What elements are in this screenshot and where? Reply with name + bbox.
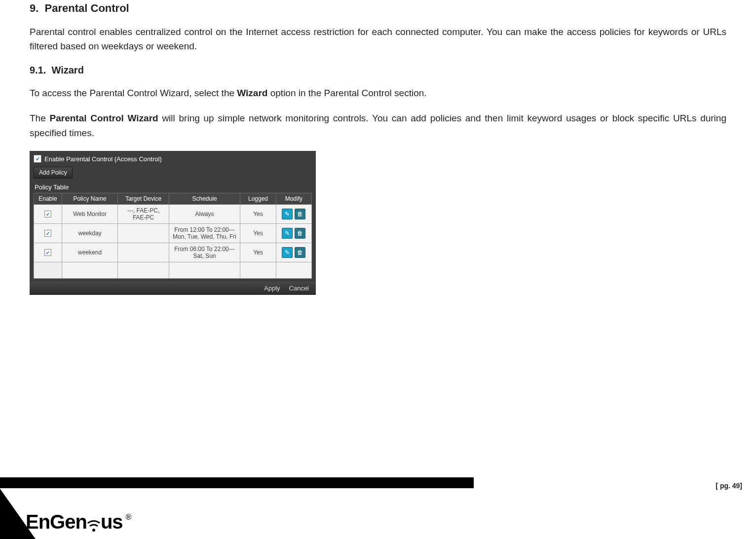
table-row: ✔ weekend From 06:00 To 22:00---Sat, Sun… — [34, 243, 312, 262]
subsection-heading: 9.1. Wizard — [30, 65, 726, 76]
cancel-button[interactable]: Cancel — [289, 285, 309, 292]
th-modify: Modify — [276, 193, 311, 205]
edit-icon[interactable]: ✎ — [282, 228, 293, 239]
policy-table: Enable Policy Name Target Device Schedul… — [34, 193, 312, 279]
row-schedule: From 06:00 To 22:00---Sat, Sun — [169, 243, 240, 262]
subsection-title: Wizard — [51, 65, 83, 75]
delete-icon[interactable]: 🗑 — [295, 209, 305, 219]
th-device: Target Device — [118, 193, 169, 205]
row-target-device — [118, 224, 169, 243]
edit-icon[interactable]: ✎ — [282, 247, 293, 258]
row-enable-checkbox[interactable]: ✔ — [44, 211, 51, 217]
table-row — [34, 262, 312, 279]
panel-footer: Apply Cancel — [30, 282, 316, 295]
section-title: Parental Control — [45, 2, 129, 14]
row-logged: Yes — [240, 205, 276, 224]
policy-table-title: Policy Table — [35, 183, 312, 191]
row-policy-name: weekend — [62, 243, 118, 262]
svg-point-0 — [92, 529, 95, 532]
row-schedule: From 12:00 To 22:00---Mon, Tue, Wed, Thu… — [169, 224, 240, 243]
paragraph-2: To access the Parental Control Wizard, s… — [30, 86, 726, 100]
th-enable: Enable — [34, 193, 62, 205]
enable-parental-control-row: ✔ Enable Parental Control (Access Contro… — [34, 155, 312, 163]
page-footer: EnGen us ® — [0, 477, 474, 539]
subsection-number: 9.1. — [30, 65, 46, 75]
brand-logo: EnGen us ® — [26, 511, 131, 533]
row-target-device — [118, 243, 169, 262]
section-heading: 9. Parental Control — [30, 2, 726, 15]
enable-parental-control-checkbox[interactable]: ✔ — [34, 155, 41, 163]
row-enable-checkbox[interactable]: ✔ — [44, 249, 51, 256]
enable-parental-control-label: Enable Parental Control (Access Control) — [44, 155, 162, 163]
th-policy: Policy Name — [62, 193, 118, 205]
add-policy-button[interactable]: Add Policy — [34, 167, 73, 179]
registered-mark-icon: ® — [126, 513, 132, 522]
page-number: [ pg. 49] — [716, 482, 742, 490]
row-target-device: ---, FAE-PC, FAE-PC — [118, 205, 169, 224]
edit-icon[interactable]: ✎ — [282, 209, 293, 219]
intro-paragraph: Parental control enables centralized con… — [30, 25, 726, 54]
row-enable-checkbox[interactable]: ✔ — [44, 230, 51, 237]
delete-icon[interactable]: 🗑 — [295, 247, 305, 258]
footer-black-bar — [0, 477, 474, 488]
row-policy-name: weekday — [62, 224, 118, 243]
table-row: ✔ Web Monitor ---, FAE-PC, FAE-PC Always… — [34, 205, 312, 224]
paragraph-3: The Parental Control Wizard will bring u… — [30, 111, 726, 140]
wifi-icon — [87, 513, 101, 533]
th-logged: Logged — [240, 193, 276, 205]
parental-control-panel: ✔ Enable Parental Control (Access Contro… — [30, 151, 316, 295]
row-logged: Yes — [240, 224, 276, 243]
row-logged: Yes — [240, 243, 276, 262]
delete-icon[interactable]: 🗑 — [295, 228, 305, 239]
section-number: 9. — [30, 2, 38, 14]
table-row: ✔ weekday From 12:00 To 22:00---Mon, Tue… — [34, 224, 312, 243]
row-policy-name: Web Monitor — [62, 205, 118, 224]
th-schedule: Schedule — [169, 193, 240, 205]
row-schedule: Always — [169, 205, 240, 224]
apply-button[interactable]: Apply — [264, 285, 280, 292]
